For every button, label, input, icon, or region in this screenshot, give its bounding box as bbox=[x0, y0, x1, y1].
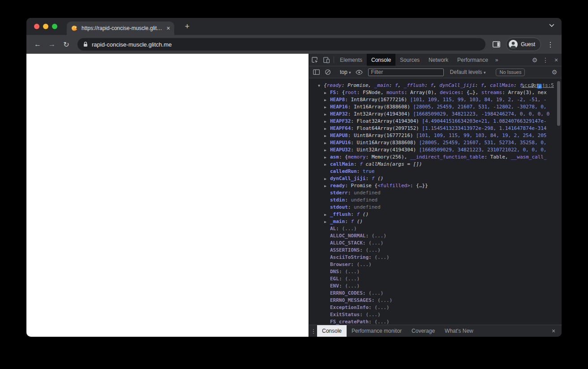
tab-network[interactable]: Network bbox=[424, 54, 453, 66]
expand-arrow-icon[interactable]: ▼ bbox=[318, 82, 324, 89]
console-token: , bbox=[381, 90, 386, 95]
console-token: devices bbox=[440, 90, 460, 95]
console-token: [28005, 25459, 21607, 531, -12802, -3027… bbox=[413, 104, 546, 110]
getter-invoke[interactable]: (...) bbox=[374, 305, 389, 310]
console-token: , bbox=[484, 82, 490, 88]
console-token: { bbox=[324, 82, 327, 88]
guest-avatar bbox=[508, 39, 518, 49]
expand-arrow-icon[interactable]: ▶ bbox=[324, 97, 330, 103]
tab-elements[interactable]: Elements bbox=[335, 54, 367, 66]
filter-input[interactable] bbox=[368, 69, 444, 76]
getter-invoke[interactable]: (...) bbox=[342, 226, 357, 232]
new-tab-button[interactable]: + bbox=[181, 21, 193, 32]
drawer-tab-console[interactable]: Console bbox=[317, 325, 347, 337]
profile-chip[interactable]: Guest bbox=[506, 38, 541, 51]
console-token: Table bbox=[490, 154, 505, 160]
devtools-close-icon[interactable]: × bbox=[551, 54, 562, 66]
console-token: mounts bbox=[386, 90, 404, 95]
tab-sources[interactable]: Sources bbox=[395, 54, 424, 66]
getter-invoke[interactable]: (...) bbox=[369, 240, 383, 246]
close-window-button[interactable] bbox=[34, 24, 39, 29]
console-sidebar-icon[interactable] bbox=[311, 67, 322, 77]
lock-icon bbox=[83, 41, 88, 47]
browser-tab[interactable]: https://rapid-concise-muscle.glitch.me × bbox=[67, 21, 174, 35]
console-line: ALLOC_STACK: (...) bbox=[309, 240, 556, 247]
getter-invoke[interactable]: (...) bbox=[365, 312, 380, 318]
inspect-element-icon[interactable] bbox=[309, 54, 321, 66]
drawer-tab-whats-new[interactable]: What's New bbox=[440, 325, 478, 337]
console-line: FS_createPath: (...) bbox=[309, 318, 556, 325]
context-selector[interactable]: top ▾ bbox=[338, 69, 353, 75]
expand-arrow-icon[interactable]: ▶ bbox=[324, 118, 330, 125]
zoom-window-button[interactable] bbox=[52, 24, 57, 29]
console-line: ▶_main: f () bbox=[309, 218, 556, 225]
getter-invoke[interactable]: (...) bbox=[345, 269, 360, 275]
clear-console-icon[interactable] bbox=[322, 67, 333, 77]
expand-arrow-icon[interactable]: ▶ bbox=[324, 183, 330, 189]
console-line: ▶HEAP8: Int8Array(16777216) [101, 109, 1… bbox=[309, 96, 556, 103]
getter-invoke[interactable]: (...) bbox=[365, 247, 380, 253]
console-token: : bbox=[425, 82, 430, 88]
console-line: ▶asm: {memory: Memory(256), __indirect_f… bbox=[309, 154, 556, 161]
getter-invoke[interactable]: (...) bbox=[357, 262, 372, 267]
drawer-tab-performance-monitor[interactable]: Performance monitor bbox=[347, 325, 407, 337]
source-link[interactable]: script.js:5 bbox=[521, 82, 554, 88]
expand-arrow-icon[interactable]: ▶ bbox=[324, 104, 330, 111]
console-token: root bbox=[345, 90, 357, 95]
expand-arrow-icon[interactable]: ▶ bbox=[324, 125, 330, 132]
console-output[interactable]: ▼{ready: Promise, _main: f, _fflush: f, … bbox=[309, 78, 562, 325]
getter-invoke[interactable]: (...) bbox=[345, 283, 360, 289]
devtools-settings-gear-icon[interactable]: ⚙ bbox=[529, 54, 540, 66]
browser-toolbar: ← → ↻ rapid-concise-muscle.glitch.me bbox=[26, 35, 562, 54]
expand-arrow-icon[interactable]: ▶ bbox=[324, 111, 330, 118]
issues-counter[interactable]: No Issues bbox=[496, 69, 525, 76]
getter-invoke[interactable]: (...) bbox=[378, 297, 392, 303]
drawer-close-icon[interactable]: × bbox=[548, 327, 559, 335]
expand-arrow-icon[interactable]: ▶ bbox=[324, 90, 330, 96]
back-button[interactable]: ← bbox=[31, 38, 44, 51]
more-tabs-icon[interactable]: » bbox=[493, 54, 501, 66]
expand-arrow-icon[interactable]: ▶ bbox=[324, 147, 330, 154]
getter-invoke[interactable]: (...) bbox=[374, 319, 389, 325]
browser-menu-kebab-icon[interactable]: ⋮ bbox=[544, 38, 557, 51]
console-token: : bbox=[348, 133, 354, 138]
drawer-tab-coverage[interactable]: Coverage bbox=[407, 325, 440, 337]
expand-arrow-icon[interactable]: ▶ bbox=[324, 154, 330, 161]
console-token: : bbox=[360, 312, 365, 318]
getter-invoke[interactable]: (...) bbox=[369, 290, 383, 296]
tab-performance[interactable]: Performance bbox=[453, 54, 493, 66]
expand-arrow-icon[interactable]: ▶ bbox=[324, 176, 330, 182]
expand-arrow-icon[interactable]: ▶ bbox=[324, 133, 330, 139]
getter-invoke[interactable]: (...) bbox=[374, 254, 389, 260]
console-token: f bbox=[481, 82, 484, 88]
address-bar[interactable]: rapid-concise-muscle.glitch.me bbox=[77, 38, 485, 51]
side-panel-icon[interactable] bbox=[490, 38, 503, 51]
page-viewport[interactable] bbox=[26, 54, 309, 337]
tab-close-icon[interactable]: × bbox=[167, 25, 170, 31]
device-toolbar-icon[interactable] bbox=[321, 54, 332, 66]
minimize-window-button[interactable] bbox=[43, 24, 48, 29]
console-token: : bbox=[339, 283, 345, 289]
console-line: ▶dynCall_jiji: f () bbox=[309, 175, 556, 182]
getter-invoke[interactable]: (...) bbox=[372, 233, 386, 239]
getter-invoke[interactable]: (...) bbox=[345, 276, 360, 282]
console-token: : bbox=[369, 254, 374, 260]
console-line: ▶HEAPU16: Uint16Array(8388608) [28005, 2… bbox=[309, 139, 556, 146]
devtools-menu-kebab-icon[interactable]: ⋮ bbox=[540, 54, 551, 66]
console-token: Uint8Array(16777216) bbox=[354, 133, 416, 138]
forward-button[interactable]: → bbox=[45, 38, 59, 51]
expand-arrow-icon[interactable]: ▶ bbox=[324, 161, 330, 168]
console-scrollbar[interactable] bbox=[557, 81, 560, 126]
reload-button[interactable]: ↻ bbox=[60, 38, 73, 51]
log-levels-selector[interactable]: Default levels ▾ bbox=[447, 69, 489, 75]
tab-console[interactable]: Console bbox=[367, 54, 395, 66]
tab-search-chevron-icon[interactable] bbox=[549, 24, 554, 27]
console-token: undefined bbox=[354, 204, 381, 210]
expand-arrow-icon[interactable]: ▶ bbox=[324, 211, 330, 218]
expand-arrow-icon[interactable]: ▶ bbox=[324, 219, 330, 225]
console-settings-gear-icon[interactable]: ⚙ bbox=[549, 69, 560, 76]
console-token: : bbox=[351, 262, 356, 267]
drawer-menu-kebab-icon[interactable]: ⋮ bbox=[310, 328, 317, 335]
expand-arrow-icon[interactable]: ▶ bbox=[324, 140, 330, 146]
live-expression-eye-icon[interactable] bbox=[354, 67, 365, 77]
